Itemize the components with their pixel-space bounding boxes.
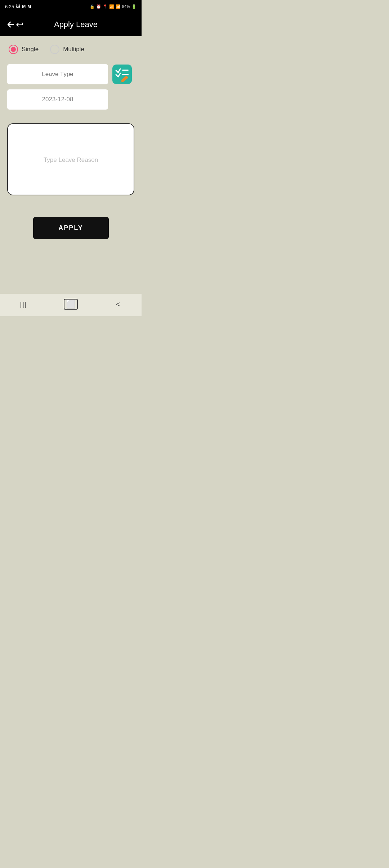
wifi-icon: 📶 xyxy=(109,4,114,9)
back-arrow-icon xyxy=(6,19,16,30)
date-row xyxy=(7,89,134,110)
nav-back-icon: < xyxy=(116,300,120,309)
gallery-icon: 🖼 xyxy=(16,4,20,9)
checklist-icon-button[interactable] xyxy=(112,65,132,84)
battery-icon: 🔋 xyxy=(131,4,137,9)
date-input[interactable] xyxy=(7,89,108,110)
svg-rect-6 xyxy=(122,74,129,75)
leave-reason-wrapper xyxy=(7,123,134,197)
radio-multiple-circle[interactable] xyxy=(50,45,59,54)
checklist-svg-icon xyxy=(112,65,132,84)
svg-rect-3 xyxy=(122,70,129,71)
mail2-icon: M xyxy=(27,4,31,9)
battery-text: 84% xyxy=(122,4,130,9)
status-left: 6:25 🖼 M M xyxy=(5,4,31,9)
status-right: 🔒 ⏰ 📍 📶 📶 84% 🔋 xyxy=(90,4,137,9)
status-time: 6:25 xyxy=(5,4,14,9)
nav-menu-button[interactable]: ||| xyxy=(17,297,31,311)
app-bar: ↩ Apply Leave xyxy=(0,13,142,36)
nav-back-button[interactable]: < xyxy=(111,297,125,311)
main-content: Single Multiple xyxy=(0,36,142,294)
leave-reason-textarea[interactable] xyxy=(7,123,134,195)
radio-single-circle[interactable] xyxy=(9,45,18,54)
nav-bar: ||| ⬜ < xyxy=(0,294,142,316)
radio-multiple[interactable]: Multiple xyxy=(50,45,84,54)
nav-home-button[interactable]: ⬜ xyxy=(64,297,78,311)
location-icon: 📍 xyxy=(103,4,108,9)
apply-button[interactable]: APPLY xyxy=(33,217,109,239)
status-bar: 6:25 🖼 M M 🔒 ⏰ 📍 📶 📶 84% 🔋 xyxy=(0,0,142,13)
lock-icon: 🔒 xyxy=(90,4,95,9)
nav-menu-icon: ||| xyxy=(20,301,27,308)
radio-single-label: Single xyxy=(22,46,39,53)
back-button[interactable]: ↩ xyxy=(6,19,24,30)
signal-icon: 📶 xyxy=(116,4,121,9)
radio-group: Single Multiple xyxy=(7,45,134,54)
mail-icon: M xyxy=(22,4,26,9)
radio-single[interactable]: Single xyxy=(9,45,39,54)
leave-type-input[interactable] xyxy=(7,64,108,84)
alarm-icon: ⏰ xyxy=(96,4,101,9)
apply-button-wrapper: APPLY xyxy=(7,217,134,239)
leave-type-row xyxy=(7,64,134,84)
page-title: Apply Leave xyxy=(28,20,124,29)
radio-multiple-label: Multiple xyxy=(63,46,84,53)
nav-home-icon: ⬜ xyxy=(64,299,78,310)
